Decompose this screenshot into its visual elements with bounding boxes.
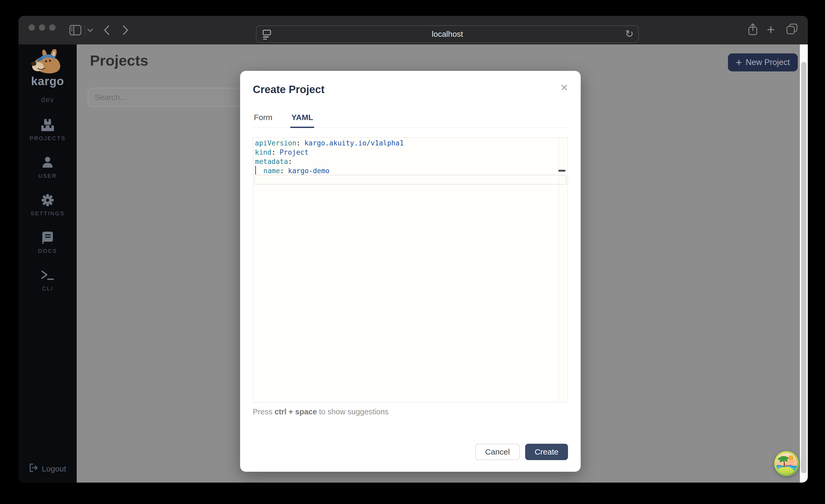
logout-label: Logout	[42, 464, 66, 473]
yaml-line: metadata:	[255, 157, 568, 166]
hint-prefix: Press	[253, 408, 272, 416]
yaml-line: name:kargo-demo	[255, 166, 568, 175]
address-bar[interactable]: localhost ↻	[256, 25, 639, 43]
sidebar-nav: PROJECTS USER	[29, 119, 66, 306]
close-icon[interactable]: ×	[560, 82, 568, 92]
main-content: Projects + New Project Create Project × …	[77, 45, 800, 483]
yaml-line: apiVersion:kargo.akuity.io/v1alpha1	[255, 139, 568, 148]
yaml-value: kargo.akuity.io/v1alpha1	[300, 139, 404, 147]
modal-tabs: Form YAML	[253, 113, 568, 128]
sidebar-item-user[interactable]: USER	[39, 156, 57, 179]
new-project-label: New Project	[746, 58, 790, 67]
scrollbar-thumb[interactable]	[801, 62, 807, 473]
sidebar-item-label: USER	[39, 173, 57, 179]
browser-window: localhost ↻ +	[18, 16, 808, 483]
chevron-down-icon[interactable]	[87, 28, 93, 32]
chrome-divider	[85, 24, 85, 37]
page-title: Projects	[90, 52, 148, 69]
window-close-button[interactable]	[28, 24, 35, 31]
sidebar-item-label: PROJECTS	[29, 135, 66, 141]
sidebar-item-label: DOCS	[38, 248, 57, 254]
back-button-icon[interactable]	[104, 25, 109, 35]
logout-button[interactable]: Logout	[29, 463, 66, 474]
plus-icon: +	[736, 57, 742, 68]
island-badge-icon[interactable]	[774, 451, 799, 476]
url-text: localhost	[256, 29, 638, 39]
yaml-key: metadata	[255, 158, 288, 165]
tab-overview-icon[interactable]	[786, 23, 798, 35]
kangaroo-logo-icon	[29, 49, 66, 75]
yaml-value: kargo-demo	[284, 167, 329, 175]
create-button[interactable]: Create	[525, 444, 568, 460]
window-minimize-button[interactable]	[39, 24, 45, 31]
kargo-logo[interactable]: kargo	[29, 49, 66, 88]
gear-icon	[41, 194, 54, 207]
create-project-modal: Create Project × Form YAML apiVersion:ka…	[240, 71, 581, 472]
editor-hint: Pressctrl + spaceto show suggestions	[253, 408, 568, 416]
terminal-icon	[41, 269, 54, 282]
sidebar-item-settings[interactable]: SETTINGS	[30, 194, 65, 217]
editor-cursor-marker	[558, 170, 565, 171]
hint-keys: ctrl + space	[275, 408, 317, 416]
yaml-key: kind	[255, 148, 272, 156]
sidebar-item-cli[interactable]: CLI	[41, 269, 54, 292]
environment-label: dev	[41, 96, 54, 104]
reload-icon[interactable]: ↻	[625, 28, 633, 40]
sidebar-toggle-icon[interactable]	[69, 25, 81, 35]
sidebar-item-projects[interactable]: PROJECTS	[29, 119, 66, 141]
yaml-colon: :	[280, 167, 284, 175]
window-zoom-button[interactable]	[49, 24, 56, 31]
editor-overview-ruler	[558, 138, 559, 402]
browser-chrome: localhost ↻ +	[18, 16, 808, 45]
yaml-value	[292, 158, 296, 165]
yaml-colon: :	[296, 139, 301, 147]
yaml-key: name	[264, 167, 280, 175]
share-icon[interactable]	[748, 23, 758, 36]
yaml-colon: :	[288, 158, 292, 165]
current-line-highlight	[254, 175, 567, 185]
logo-wordmark: kargo	[29, 75, 66, 88]
sidebar-item-label: SETTINGS	[30, 210, 65, 217]
sidebar-item-label: CLI	[42, 285, 53, 292]
logout-icon	[29, 463, 38, 474]
yaml-editor[interactable]: apiVersion:kargo.akuity.io/v1alpha1 kind…	[253, 137, 568, 403]
new-tab-plus-icon[interactable]: +	[767, 23, 775, 37]
yaml-line: kind:Project	[255, 148, 568, 157]
tab-form[interactable]: Form	[253, 113, 274, 128]
page-scrollbar[interactable]	[800, 45, 808, 483]
projects-boxes-icon	[41, 119, 54, 131]
sidebar: kargo dev PROJECTS	[18, 45, 77, 483]
hint-suffix: to show suggestions	[319, 408, 389, 416]
cancel-button[interactable]: Cancel	[475, 444, 520, 460]
yaml-colon: :	[272, 148, 276, 156]
modal-title: Create Project	[253, 84, 324, 95]
text-cursor	[255, 166, 256, 174]
yaml-value: Project	[276, 148, 309, 156]
forward-button-icon[interactable]	[123, 25, 129, 35]
new-project-button[interactable]: + New Project	[728, 54, 798, 71]
tab-yaml[interactable]: YAML	[290, 113, 314, 128]
yaml-key: apiVersion	[255, 139, 296, 147]
docs-book-icon	[42, 231, 54, 244]
user-icon	[42, 156, 54, 169]
sidebar-item-docs[interactable]: DOCS	[38, 231, 57, 254]
